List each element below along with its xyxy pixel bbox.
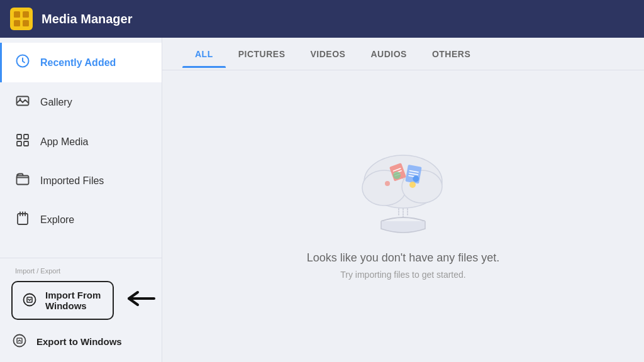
sidebar-footer: Import / Export Import From Windows xyxy=(0,258,162,362)
grid-icon xyxy=(15,133,30,150)
svg-rect-11 xyxy=(24,141,28,146)
empty-state: Looks like you don't have any files yet.… xyxy=(162,70,644,362)
export-to-windows-label: Export to Windows xyxy=(36,336,122,347)
import-export-label: Import / Export xyxy=(0,262,162,276)
folder-icon xyxy=(15,173,30,189)
svg-rect-2 xyxy=(23,11,29,18)
tab-others[interactable]: OTHERS xyxy=(419,40,483,68)
import-from-windows-button[interactable]: Import From Windows xyxy=(11,281,114,320)
import-from-windows-label: Import From Windows xyxy=(45,290,103,311)
sd-card-icon xyxy=(15,211,30,228)
sidebar-nav: Recently Added Gallery xyxy=(0,38,162,258)
svg-rect-8 xyxy=(17,134,21,139)
main-layout: Recently Added Gallery xyxy=(0,38,644,362)
svg-point-26 xyxy=(385,181,390,186)
svg-rect-4 xyxy=(23,20,29,26)
sidebar-item-imported-files-label: Imported Files xyxy=(40,175,104,187)
tab-audios[interactable]: AUDIOS xyxy=(358,40,419,68)
sidebar: Recently Added Gallery xyxy=(0,38,162,362)
svg-point-24 xyxy=(393,172,401,179)
clock-icon xyxy=(15,54,30,71)
tab-pictures[interactable]: PICTURES xyxy=(226,40,298,68)
import-icon xyxy=(23,293,36,309)
svg-rect-10 xyxy=(17,141,21,146)
sidebar-item-explore-label: Explore xyxy=(40,214,74,226)
sidebar-item-recently-added-label: Recently Added xyxy=(40,57,116,69)
app-logo-icon xyxy=(10,8,33,30)
tab-videos[interactable]: VIDEOS xyxy=(298,40,358,68)
cloud-illustration xyxy=(340,128,466,241)
empty-main-text: Looks like you don't have any files yet. xyxy=(307,251,500,265)
sidebar-item-app-media[interactable]: App Media xyxy=(0,122,162,162)
export-icon xyxy=(13,334,26,349)
app-header: Media Manager xyxy=(0,0,644,38)
svg-point-7 xyxy=(19,98,21,100)
content-area: ALL PICTURES VIDEOS AUDIOS OTHERS xyxy=(162,38,644,362)
svg-rect-9 xyxy=(24,134,28,139)
empty-sub-text: Try importing files to get started. xyxy=(340,270,465,280)
sidebar-item-explore[interactable]: Explore xyxy=(0,200,162,239)
sidebar-item-imported-files[interactable]: Imported Files xyxy=(0,162,162,200)
export-to-windows-button[interactable]: Export to Windows xyxy=(0,325,162,358)
sidebar-item-gallery[interactable]: Gallery xyxy=(0,82,162,122)
tabs-bar: ALL PICTURES VIDEOS AUDIOS OTHERS xyxy=(162,38,644,70)
svg-rect-1 xyxy=(14,11,20,18)
arrow-indicator xyxy=(126,290,157,312)
sidebar-item-recently-added[interactable]: Recently Added xyxy=(0,43,162,82)
sidebar-item-app-media-label: App Media xyxy=(40,136,89,148)
svg-rect-3 xyxy=(14,20,20,26)
svg-point-25 xyxy=(409,182,416,188)
svg-rect-0 xyxy=(10,8,33,30)
tab-all[interactable]: ALL xyxy=(182,40,226,68)
sidebar-item-gallery-label: Gallery xyxy=(40,97,72,108)
app-title: Media Manager xyxy=(42,12,132,26)
gallery-icon xyxy=(15,94,30,111)
